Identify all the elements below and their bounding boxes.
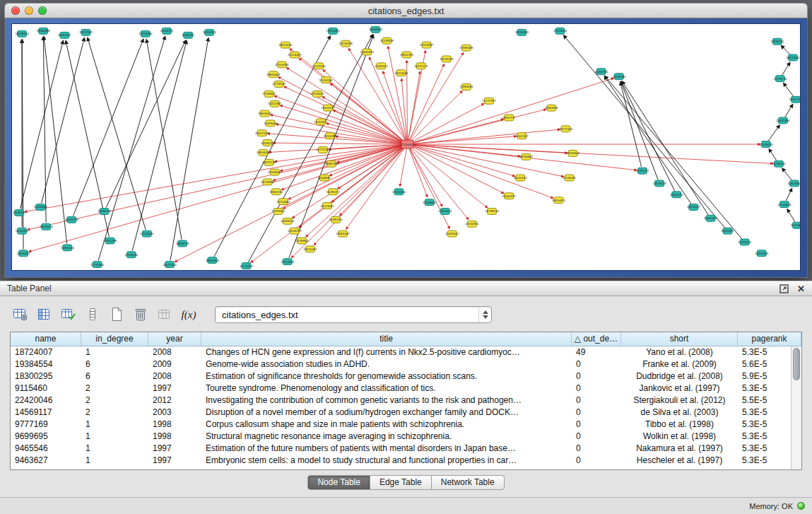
network-edge bbox=[401, 78, 407, 140]
network-node-label: 16905442 bbox=[704, 216, 718, 220]
cell-title: Embryonic stem cells: a model to study s… bbox=[201, 455, 572, 467]
network-node-label: 14623207 bbox=[438, 209, 452, 213]
cell-in_degree: 1 bbox=[81, 443, 148, 455]
network-edge bbox=[146, 40, 182, 240]
network-edge bbox=[175, 146, 404, 262]
network-node-label: 21058447 bbox=[268, 170, 282, 174]
tab-node-table[interactable]: Node Table bbox=[307, 475, 370, 490]
cell-name: 18724007 bbox=[11, 346, 81, 358]
network-node-label: 15582417 bbox=[375, 64, 389, 68]
network-edge bbox=[411, 145, 563, 177]
network-edge bbox=[338, 146, 404, 189]
network-canvas[interactable]: 1724040718612045122544092210058416842004… bbox=[11, 23, 801, 271]
new-table-icon[interactable] bbox=[106, 305, 127, 325]
row-options-icon[interactable] bbox=[82, 305, 103, 325]
network-edge bbox=[409, 148, 428, 197]
dropdown-stepper-icon bbox=[478, 307, 491, 322]
column-header-short[interactable]: short bbox=[621, 332, 738, 346]
network-node-label: 14435384 bbox=[776, 119, 790, 122]
column-header-year[interactable]: year bbox=[148, 332, 201, 346]
table-row[interactable]: 2242004622012Investigating the contribut… bbox=[11, 395, 801, 407]
window-titlebar[interactable]: citations_edges.txt bbox=[4, 3, 808, 18]
network-edge bbox=[564, 35, 725, 228]
browse-table-icon[interactable] bbox=[10, 305, 31, 325]
network-node-label: 17679219 bbox=[653, 182, 667, 185]
table-row[interactable]: 1872400712008Changes of HCN gene express… bbox=[11, 346, 801, 358]
network-node-label: 15958018 bbox=[759, 143, 773, 146]
cell-year: 1997 bbox=[148, 443, 201, 455]
network-node-label: 12254409 bbox=[288, 53, 302, 57]
network-node-label: 12773107 bbox=[240, 264, 254, 268]
network-edge bbox=[289, 35, 374, 257]
network-node-label: 16162615 bbox=[314, 120, 328, 124]
table-row[interactable]: 946362711997Embryonic stem cells: a mode… bbox=[11, 455, 801, 467]
network-node-label: 15177187 bbox=[482, 99, 496, 103]
table-row[interactable]: 1830029562008Estimation of significance … bbox=[11, 370, 801, 382]
function-builder-button[interactable]: f(x) bbox=[178, 305, 199, 325]
network-node-label: 19086053 bbox=[98, 209, 112, 213]
network-node-label: 13220648 bbox=[394, 71, 408, 75]
status-bar: Memory: OK bbox=[0, 497, 812, 514]
network-node-label: 16543402 bbox=[423, 201, 437, 204]
network-edge bbox=[621, 82, 658, 180]
table-panel-title: Table Panel bbox=[7, 284, 52, 293]
column-header-name[interactable]: name bbox=[11, 332, 81, 346]
network-node-label: 16648784 bbox=[612, 75, 626, 78]
cell-year: 2008 bbox=[148, 346, 201, 358]
column-header-out_degree[interactable]: △ out_de… bbox=[572, 332, 621, 346]
scrollbar-thumb[interactable] bbox=[793, 348, 800, 380]
close-panel-icon[interactable]: ✕ bbox=[797, 284, 805, 293]
network-node-label: 19564051 bbox=[770, 40, 784, 43]
window-title: citations_edges.txt bbox=[5, 6, 807, 16]
network-edge bbox=[787, 209, 795, 222]
network-node-label: 16644603 bbox=[369, 28, 383, 31]
cell-out_degree: 0 bbox=[572, 419, 621, 431]
network-node-label: 11381111 bbox=[182, 33, 194, 37]
cell-in_degree: 2 bbox=[81, 382, 148, 395]
cell-out_degree: 0 bbox=[572, 382, 621, 395]
table-selector-value: citations_edges.txt bbox=[216, 310, 478, 320]
column-header-title[interactable]: title bbox=[201, 332, 572, 346]
import-table-icon[interactable] bbox=[154, 305, 175, 325]
network-edge bbox=[411, 91, 462, 141]
network-edge bbox=[786, 189, 792, 201]
cell-year: 1998 bbox=[148, 419, 201, 431]
network-node-label: 16857717 bbox=[502, 116, 517, 119]
network-node-label: 11544091 bbox=[563, 176, 576, 180]
cell-in_degree: 2 bbox=[81, 395, 148, 407]
tab-network-table[interactable]: Network Table bbox=[432, 475, 505, 490]
network-node-label: 14522070 bbox=[140, 232, 154, 235]
table-row[interactable]: 969969511998Structural magnetic resonanc… bbox=[11, 431, 801, 443]
table-row[interactable]: 977716911998Corpus callosum shape and si… bbox=[11, 419, 801, 431]
table-row[interactable]: 1938455462009Genome-wide association stu… bbox=[11, 358, 801, 370]
column-header-pagerank[interactable]: pagerank bbox=[738, 332, 801, 346]
network-edge bbox=[383, 71, 406, 141]
network-node-label: 15824132 bbox=[670, 193, 684, 197]
memory-ok-icon bbox=[797, 502, 805, 510]
table-panel: Table Panel ✕ f(x) bbox=[0, 281, 812, 497]
network-edge bbox=[410, 148, 469, 220]
vertical-scrollbar[interactable] bbox=[791, 346, 801, 469]
float-panel-icon[interactable] bbox=[779, 284, 789, 293]
network-node-label: 17485083 bbox=[459, 46, 473, 49]
network-node-label: 12103654 bbox=[777, 203, 792, 206]
table-selector-dropdown[interactable]: citations_edges.txt bbox=[215, 306, 492, 323]
network-node-label: 14850831 bbox=[545, 106, 559, 110]
cell-short: Yano et al. (2008) bbox=[621, 346, 738, 358]
table-row[interactable]: 1456911722003Disruption of a novel membe… bbox=[11, 407, 801, 419]
cell-short: Nakamura et al. (1997) bbox=[621, 443, 738, 455]
edit-table-icon[interactable] bbox=[58, 305, 79, 325]
table-row[interactable]: 946554611997Estimation of the future num… bbox=[11, 443, 801, 455]
tab-edge-table[interactable]: Edge Table bbox=[370, 475, 432, 490]
network-edge bbox=[412, 129, 560, 144]
cell-out_degree: 0 bbox=[572, 358, 621, 370]
table-row[interactable]: 911546021997Tourette syndrome. Phenomeno… bbox=[11, 382, 801, 395]
network-graph[interactable]: 1724040718612045122544092210058416842004… bbox=[12, 24, 800, 270]
network-node-label: 17001299 bbox=[103, 239, 117, 243]
network-edge bbox=[400, 148, 407, 187]
cell-name: 9463627 bbox=[11, 455, 81, 467]
column-header-in_degree[interactable]: in_degree bbox=[81, 332, 148, 346]
network-node-label: 11777147 bbox=[317, 148, 330, 151]
show-columns-icon[interactable] bbox=[34, 305, 55, 325]
delete-table-icon[interactable] bbox=[130, 305, 151, 325]
